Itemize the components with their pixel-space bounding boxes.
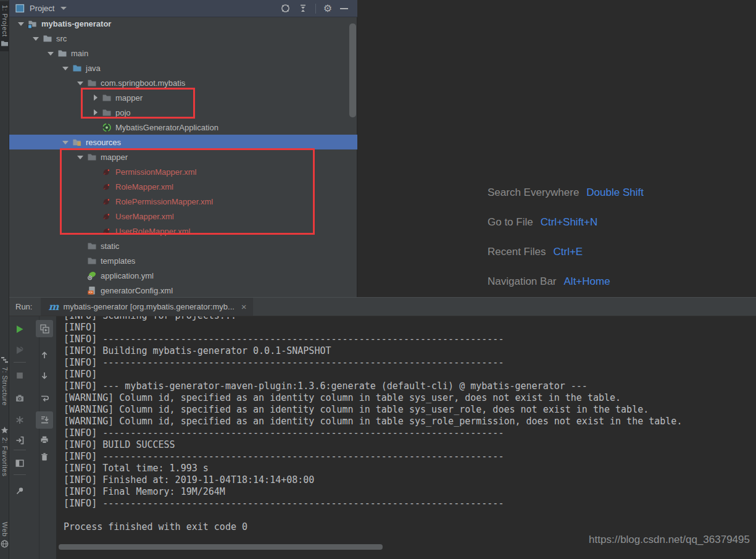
tree-expanded-arrow-icon[interactable] bbox=[32, 35, 40, 43]
rerun-failed-tests-icon[interactable] bbox=[11, 411, 28, 429]
package-folder-icon bbox=[102, 93, 112, 103]
stripe-button-project[interactable]: 1: Project bbox=[0, 1, 9, 51]
tree-row-mybatis-generator[interactable]: mybatis-generator bbox=[9, 16, 357, 31]
stripe-button-favorites[interactable]: 2: Favorites bbox=[0, 426, 9, 476]
tree-node-label: UserRoleMapper.xml bbox=[115, 227, 190, 236]
shortcut-action-label: Go to File bbox=[488, 216, 533, 229]
run-toolbar bbox=[9, 316, 57, 559]
maven-icon: m bbox=[48, 302, 59, 312]
locate-icon[interactable] bbox=[280, 3, 291, 14]
run-tool-window-tabbar: Run: m mybatis-generator [org.mybatis.ge… bbox=[9, 297, 756, 316]
tree-row-rolemapper-xml[interactable]: RoleMapper.xml bbox=[9, 179, 357, 194]
soft-wrap-icon[interactable] bbox=[36, 390, 53, 407]
package-folder-icon bbox=[87, 152, 97, 162]
stripe-button-structure[interactable]: 7: Structure bbox=[0, 356, 9, 406]
tree-expanded-arrow-icon[interactable] bbox=[62, 138, 70, 146]
structure-stripe-icon bbox=[1, 356, 9, 364]
stripe-button-web[interactable]: Web bbox=[0, 522, 9, 548]
restore-layout-icon[interactable] bbox=[11, 455, 28, 472]
tree-indent bbox=[77, 257, 85, 265]
tree-row-main[interactable]: main bbox=[9, 46, 357, 61]
ide-window: 1: Project7: Structure2: FavoritesWeb Pr… bbox=[0, 0, 756, 559]
tree-node-label: mapper bbox=[101, 153, 128, 162]
tree-row-com-springboot-mybatis[interactable]: com.springboot.mybatis bbox=[9, 75, 357, 90]
tree-row-generatorconfig-xml[interactable]: <>generatorConfig.xml bbox=[9, 283, 357, 297]
settings-gear-icon[interactable]: ⚙ bbox=[323, 4, 332, 14]
run-tab-title: mybatis-generator [org.mybatis.generator… bbox=[63, 302, 234, 311]
tree-expanded-arrow-icon[interactable] bbox=[77, 153, 85, 161]
run-console: [INFO] Scanning for projects... [INFO] [… bbox=[57, 316, 756, 559]
tree-indent bbox=[91, 183, 99, 191]
show-frame-icon[interactable] bbox=[36, 320, 53, 337]
resources-folder-icon bbox=[72, 137, 82, 147]
tree-row-permissionmapper-xml[interactable]: PermissionMapper.xml bbox=[9, 164, 357, 179]
print-icon[interactable] bbox=[36, 431, 53, 448]
shortcut-hint-row: Search EverywhereDouble Shift bbox=[488, 178, 644, 208]
tree-node-label: resources bbox=[86, 138, 121, 147]
package-folder-icon bbox=[87, 78, 97, 88]
tree-row-rolepermissionmapper-xml[interactable]: RolePermissionMapper.xml bbox=[9, 194, 357, 209]
shortcut-keys: Ctrl+E bbox=[553, 246, 583, 258]
xml-file-icon: <> bbox=[87, 285, 97, 295]
thread-dump-camera-icon[interactable] bbox=[11, 390, 28, 407]
chevron-down-icon[interactable] bbox=[60, 7, 67, 10]
tree-row-resources[interactable]: resources bbox=[9, 135, 357, 149]
tree-expanded-arrow-icon[interactable] bbox=[62, 64, 70, 72]
tree-indent bbox=[77, 272, 85, 280]
exit-icon[interactable] bbox=[11, 432, 28, 449]
console-horizontal-scrollbar[interactable] bbox=[59, 544, 383, 550]
tree-collapsed-arrow-icon[interactable] bbox=[91, 94, 99, 102]
rerun-icon[interactable] bbox=[11, 321, 28, 338]
tree-node-label: application.yml bbox=[101, 271, 154, 280]
tree-row-usermapper-xml[interactable]: UserMapper.xml bbox=[9, 209, 357, 224]
project-panel-title: Project bbox=[30, 4, 54, 13]
run-label: Run: bbox=[15, 302, 32, 311]
tree-row-pojo[interactable]: pojo bbox=[9, 105, 357, 120]
close-tab-icon[interactable]: × bbox=[241, 301, 247, 312]
tree-node-label: mapper bbox=[115, 93, 143, 103]
tree-row-src[interactable]: src bbox=[9, 31, 357, 46]
hide-minimize-icon[interactable] bbox=[339, 4, 349, 13]
pin-icon[interactable] bbox=[11, 482, 28, 500]
tree-node-label: generatorConfig.xml bbox=[101, 286, 173, 295]
package-folder-icon bbox=[102, 107, 112, 117]
shortcut-action-label: Recent Files bbox=[488, 246, 546, 258]
tree-row-mapper[interactable]: mapper bbox=[9, 149, 357, 164]
mybatis-xml-icon bbox=[102, 211, 112, 221]
tree-vertical-scrollbar[interactable] bbox=[349, 23, 356, 117]
scroll-to-end-icon[interactable] bbox=[36, 411, 53, 429]
project-tree: mybatis-generatorsrcmainjavacom.springbo… bbox=[9, 16, 357, 297]
tree-collapsed-arrow-icon[interactable] bbox=[91, 109, 99, 117]
tree-row-java[interactable]: java bbox=[9, 61, 357, 75]
stop-icon[interactable] bbox=[11, 367, 28, 384]
tree-expanded-arrow-icon[interactable] bbox=[47, 49, 55, 57]
down-stack-arrow-icon[interactable] bbox=[36, 367, 53, 384]
springboot-class-icon bbox=[102, 122, 112, 132]
tree-row-static[interactable]: static bbox=[9, 238, 357, 253]
shortcut-keys: Double Shift bbox=[586, 187, 644, 199]
mybatis-xml-icon bbox=[102, 226, 112, 236]
shortcut-action-label: Search Everywhere bbox=[488, 187, 579, 199]
tree-row-mapper[interactable]: mapper bbox=[9, 90, 357, 105]
collapse-all-icon[interactable] bbox=[298, 4, 308, 14]
tree-node-label: pojo bbox=[115, 108, 131, 117]
tree-node-label: static bbox=[101, 242, 119, 251]
tree-node-label: main bbox=[71, 49, 88, 58]
tree-node-label: RoleMapper.xml bbox=[115, 182, 173, 191]
tree-row-mybatisgeneratorapplication[interactable]: MybatisGeneratorApplication bbox=[9, 120, 357, 135]
tree-row-application-yml[interactable]: application.yml bbox=[9, 268, 357, 283]
tree-row-userrolemapper-xml[interactable]: UserRoleMapper.xml bbox=[9, 224, 357, 238]
mybatis-xml-icon bbox=[102, 182, 112, 191]
rerun-faded-icon[interactable] bbox=[11, 342, 28, 359]
run-configuration-tab[interactable]: m mybatis-generator [org.mybatis.generat… bbox=[41, 298, 252, 316]
clear-trash-icon[interactable] bbox=[36, 448, 53, 466]
shortcut-keys: Alt+Home bbox=[564, 275, 610, 288]
tree-node-label: PermissionMapper.xml bbox=[115, 167, 197, 177]
up-stack-arrow-icon[interactable] bbox=[36, 347, 53, 364]
tree-expanded-arrow-icon[interactable] bbox=[17, 20, 25, 28]
header-separator bbox=[315, 4, 316, 14]
project-stripe-icon bbox=[1, 40, 9, 48]
folder-icon bbox=[57, 48, 67, 58]
tree-row-templates[interactable]: templates bbox=[9, 253, 357, 268]
tree-expanded-arrow-icon[interactable] bbox=[77, 79, 85, 87]
